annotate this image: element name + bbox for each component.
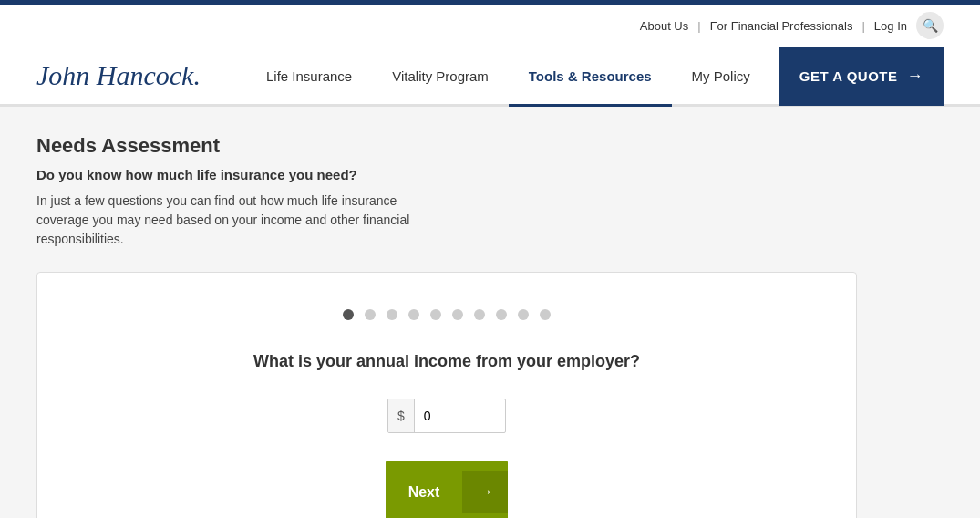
dot-9 bbox=[518, 309, 529, 320]
question-text: What is your annual income from your emp… bbox=[253, 352, 640, 371]
header: John Hancock. Life Insurance Vitality Pr… bbox=[0, 47, 980, 107]
progress-dots bbox=[343, 309, 551, 320]
separator-1: | bbox=[697, 19, 700, 33]
dot-1 bbox=[343, 309, 354, 320]
page-title: Needs Assessment bbox=[36, 134, 944, 158]
logo-text: John Hancock. bbox=[36, 60, 201, 91]
dot-6 bbox=[452, 309, 463, 320]
next-label: Next bbox=[386, 484, 463, 501]
separator-2: | bbox=[861, 19, 864, 33]
get-quote-label: GET A QUOTE bbox=[799, 68, 898, 84]
search-icon: 🔍 bbox=[923, 18, 938, 33]
dot-10 bbox=[540, 309, 551, 320]
income-input[interactable] bbox=[415, 399, 497, 432]
about-us-link[interactable]: About Us bbox=[640, 19, 688, 33]
get-quote-button[interactable]: GET A QUOTE → bbox=[779, 47, 944, 106]
nav-vitality-program[interactable]: Vitality Program bbox=[372, 47, 509, 107]
nav-life-insurance[interactable]: Life Insurance bbox=[246, 47, 372, 107]
dot-2 bbox=[365, 309, 376, 320]
dot-7 bbox=[474, 309, 485, 320]
needs-subtitle: Do you know how much life insurance you … bbox=[36, 167, 944, 182]
nav-my-policy[interactable]: My Policy bbox=[672, 47, 770, 107]
search-button[interactable]: 🔍 bbox=[916, 12, 944, 39]
next-arrow-icon: → bbox=[462, 471, 508, 513]
next-button[interactable]: Next → bbox=[386, 461, 509, 518]
dot-4 bbox=[408, 309, 419, 320]
nav-tools-resources[interactable]: Tools & Resources bbox=[509, 47, 672, 107]
dot-3 bbox=[387, 309, 397, 320]
financial-professionals-link[interactable]: For Financial Professionals bbox=[710, 19, 853, 33]
dot-5 bbox=[430, 309, 441, 320]
log-in-link[interactable]: Log In bbox=[874, 19, 907, 33]
currency-symbol: $ bbox=[388, 399, 415, 432]
assessment-card: What is your annual income from your emp… bbox=[36, 272, 857, 518]
dot-8 bbox=[496, 309, 507, 320]
top-bar: About Us | For Financial Professionals |… bbox=[0, 5, 980, 47]
main-nav: Life Insurance Vitality Program Tools & … bbox=[246, 47, 944, 106]
main-content: Needs Assessment Do you know how much li… bbox=[0, 107, 980, 518]
income-input-wrapper: $ bbox=[387, 399, 506, 433]
needs-description: In just a few questions you can find out… bbox=[36, 192, 447, 249]
get-quote-arrow: → bbox=[907, 67, 924, 86]
logo[interactable]: John Hancock. bbox=[36, 60, 201, 91]
